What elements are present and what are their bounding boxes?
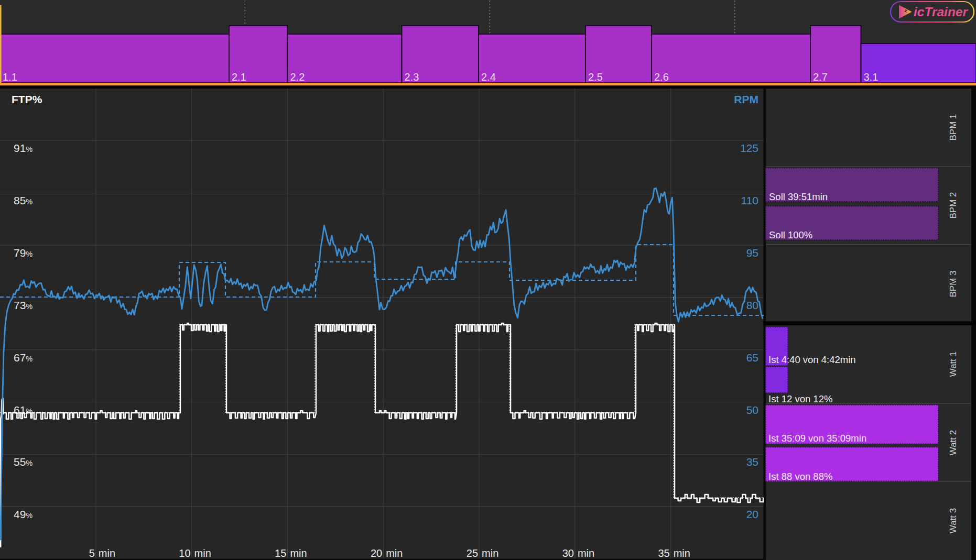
svg-text:Ist 12 von 12%: Ist 12 von 12% [768,393,832,404]
svg-text:2.3: 2.3 [405,71,419,83]
svg-text:15: 15 [275,547,286,559]
svg-text:80: 80 [746,299,758,311]
svg-text:3.1: 3.1 [864,71,879,83]
svg-text:icTrainer: icTrainer [914,5,969,19]
svg-text:min: min [290,547,307,559]
svg-text:Ist 35:09 von 35:09min: Ist 35:09 von 35:09min [768,433,866,444]
svg-text:RPM: RPM [734,93,758,105]
svg-text:95: 95 [746,247,758,259]
svg-text:2.1: 2.1 [232,71,246,83]
svg-text:BPM 3: BPM 3 [948,270,958,297]
svg-text:10: 10 [179,547,190,559]
svg-text:35: 35 [658,547,669,559]
svg-text:min: min [99,547,115,559]
svg-text:Ist 88 von 88%: Ist 88 von 88% [768,471,832,482]
svg-text:min: min [386,547,403,559]
svg-text:2.7: 2.7 [813,71,828,83]
svg-text:FTP%: FTP% [12,93,42,105]
svg-text:20: 20 [746,508,758,520]
svg-text:125: 125 [740,142,758,154]
svg-text:min: min [482,547,498,559]
svg-text:50: 50 [746,404,758,416]
svg-text:2.6: 2.6 [654,71,669,83]
svg-text:Soll 39:51min: Soll 39:51min [769,191,828,202]
svg-text:1.1: 1.1 [3,71,17,83]
svg-text:35: 35 [746,456,758,468]
svg-text:min: min [578,547,594,559]
svg-text:5: 5 [89,547,95,559]
svg-text:Ist 4:40 von 4:42min: Ist 4:40 von 4:42min [768,354,856,365]
svg-text:min: min [674,547,690,559]
svg-text:min: min [194,547,211,559]
svg-text:Soll 100%: Soll 100% [769,229,812,240]
svg-text:25: 25 [467,547,478,559]
svg-text:2.2: 2.2 [290,71,305,83]
svg-text:Watt 2: Watt 2 [948,430,958,456]
svg-text:110: 110 [741,194,758,206]
svg-text:20: 20 [371,547,382,559]
svg-text:65: 65 [746,352,758,364]
svg-text:BPM 1: BPM 1 [948,114,958,140]
svg-text:2.5: 2.5 [588,71,603,83]
svg-text:BPM 2: BPM 2 [948,192,958,218]
svg-text:Watt 3: Watt 3 [948,508,958,534]
svg-text:30: 30 [562,547,574,559]
svg-text:Watt 1: Watt 1 [948,352,958,377]
svg-text:2.4: 2.4 [481,71,496,83]
